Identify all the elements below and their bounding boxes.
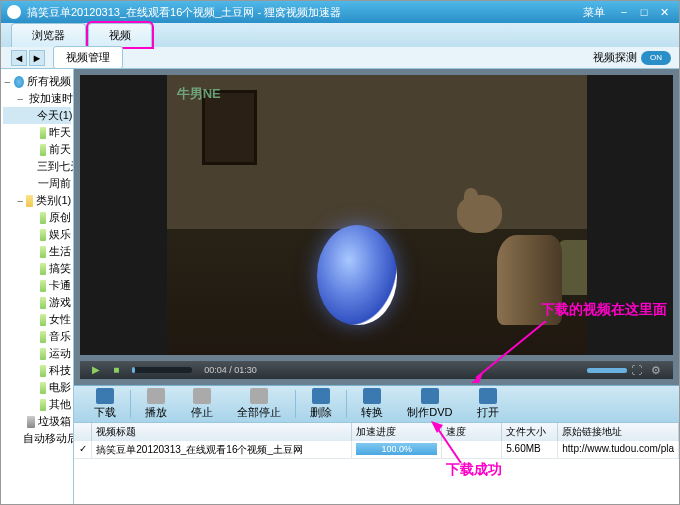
tree-label: 科技: [49, 363, 71, 378]
play-button[interactable]: ▶: [86, 361, 106, 379]
file-icon: [40, 297, 47, 309]
row-size: 5.60MB: [502, 441, 558, 459]
toolbar-删除[interactable]: 删除: [298, 386, 344, 422]
tree-item[interactable]: 娱乐: [3, 226, 71, 243]
toolbar-label: 制作DVD: [407, 405, 452, 420]
tree-item[interactable]: 音乐: [3, 328, 71, 345]
folder-icon: [26, 195, 32, 207]
file-icon: [40, 229, 47, 241]
toolbar-制作DVD[interactable]: 制作DVD: [395, 386, 464, 422]
toolbar-停止[interactable]: 停止: [179, 386, 225, 422]
file-icon: [40, 280, 47, 292]
tree-item[interactable]: 卡通: [3, 277, 71, 294]
file-icon: [35, 178, 36, 190]
tree-item[interactable]: −类别(1): [3, 192, 71, 209]
stop-button[interactable]: ■: [106, 361, 126, 379]
tree-item[interactable]: 搞笑: [3, 260, 71, 277]
row-check[interactable]: ✓: [74, 441, 92, 459]
toolbar-icon: [363, 388, 381, 404]
tree-item[interactable]: −按加速时间(1): [3, 90, 71, 107]
tree-item[interactable]: 其他: [3, 396, 71, 413]
col-progress[interactable]: 加速进度: [352, 423, 442, 441]
fullscreen-button[interactable]: ⛶: [631, 364, 647, 376]
expand-icon[interactable]: −: [17, 93, 23, 105]
file-icon: [40, 331, 47, 343]
tree-item[interactable]: 今天(1): [3, 107, 71, 124]
close-button[interactable]: ✕: [655, 5, 673, 19]
nav-back[interactable]: ◄: [11, 50, 27, 66]
sidebar-tree: −所有视频−按加速时间(1)今天(1)昨天前天三到七天之前一周前−类别(1)原创…: [1, 69, 74, 504]
toolbar-label: 转换: [361, 405, 383, 420]
sub-tabbar: ◄ ► 视频管理 视频探测 ON: [1, 47, 679, 69]
maximize-button[interactable]: □: [635, 5, 653, 19]
file-icon: [40, 382, 47, 394]
tree-item[interactable]: 女性: [3, 311, 71, 328]
toolbar-播放[interactable]: 播放: [133, 386, 179, 422]
tree-label: 原创: [49, 210, 71, 225]
tree-item[interactable]: 前天: [3, 141, 71, 158]
window-title: 搞笑豆单20120313_在线观看16个视频_土豆网 - 狸窝视频加速器: [27, 5, 341, 20]
toolbar-全部停止[interactable]: 全部停止: [225, 386, 293, 422]
tree-label: 所有视频: [27, 74, 71, 89]
tree-label: 类别(1): [36, 193, 71, 208]
tab-video[interactable]: 视频: [88, 23, 152, 47]
globe-icon: [14, 76, 24, 88]
row-title: 搞笑豆单20120313_在线观看16个视频_土豆网: [92, 441, 352, 459]
table-row[interactable]: ✓搞笑豆单20120313_在线观看16个视频_土豆网100.0%5.60MBh…: [74, 441, 679, 459]
file-icon: [40, 348, 47, 360]
toolbar-icon: [147, 388, 165, 404]
tree-label: 音乐: [49, 329, 71, 344]
video-player[interactable]: 牛男NE: [80, 75, 673, 355]
col-check[interactable]: [74, 423, 92, 441]
expand-icon[interactable]: −: [3, 76, 11, 88]
col-title[interactable]: 视频标题: [92, 423, 352, 441]
toolbar-下载[interactable]: 下载: [82, 386, 128, 422]
main-tabbar: 浏览器 视频: [1, 23, 679, 47]
toggle-switch[interactable]: ON: [641, 51, 671, 65]
volume-slider[interactable]: [587, 368, 627, 373]
tree-item[interactable]: 自动移动后的视频: [3, 430, 71, 447]
tree-label: 娱乐: [49, 227, 71, 242]
settings-icon[interactable]: ⚙: [651, 364, 667, 377]
tree-item[interactable]: 原创: [3, 209, 71, 226]
video-detect-toggle[interactable]: 视频探测 ON: [593, 50, 671, 65]
expand-icon[interactable]: −: [17, 195, 23, 207]
tree-item[interactable]: 昨天: [3, 124, 71, 141]
toolbar-label: 下载: [94, 405, 116, 420]
table-empty-area: [74, 459, 679, 505]
progress-bar[interactable]: [132, 367, 192, 373]
tab-browser[interactable]: 浏览器: [11, 23, 86, 47]
nav-forward[interactable]: ►: [29, 50, 45, 66]
tree-item[interactable]: 垃圾箱: [3, 413, 71, 430]
tree-item[interactable]: 游戏: [3, 294, 71, 311]
col-size[interactable]: 文件大小: [502, 423, 558, 441]
tree-label: 前天: [49, 142, 71, 157]
titlebar: 搞笑豆单20120313_在线观看16个视频_土豆网 - 狸窝视频加速器 菜单 …: [1, 1, 679, 23]
tree-item[interactable]: 生活: [3, 243, 71, 260]
tree-label: 自动移动后的视频: [23, 431, 74, 446]
tree-item[interactable]: 一周前: [3, 175, 71, 192]
tree-item[interactable]: 运动: [3, 345, 71, 362]
col-url[interactable]: 原始链接地址: [558, 423, 679, 441]
tree-label: 昨天: [49, 125, 71, 140]
toolbar-打开[interactable]: 打开: [465, 386, 511, 422]
tree-label: 三到七天之前: [37, 159, 74, 174]
tree-label: 生活: [49, 244, 71, 259]
row-url: http://www.tudou.com/pla: [558, 441, 679, 459]
file-icon: [40, 314, 47, 326]
tree-item[interactable]: 电影: [3, 379, 71, 396]
tree-label: 运动: [49, 346, 71, 361]
row-progress: 100.0%: [352, 441, 442, 459]
toolbar-转换[interactable]: 转换: [349, 386, 395, 422]
content-pane: 牛男NE ▶ ■ 00:04 / 01:30 ⛶ ⚙ 下载播放停止全部停止删除转…: [74, 69, 679, 504]
minimize-button[interactable]: −: [615, 5, 633, 19]
app-icon: [7, 5, 21, 19]
tree-item[interactable]: 三到七天之前: [3, 158, 71, 175]
tree-item[interactable]: 科技: [3, 362, 71, 379]
tree-item[interactable]: −所有视频: [3, 73, 71, 90]
trash-icon: [27, 416, 35, 428]
menu-label[interactable]: 菜单: [583, 5, 605, 20]
col-speed[interactable]: 速度: [442, 423, 502, 441]
tree-label: 女性: [49, 312, 71, 327]
subtab-video-manage[interactable]: 视频管理: [53, 46, 123, 69]
